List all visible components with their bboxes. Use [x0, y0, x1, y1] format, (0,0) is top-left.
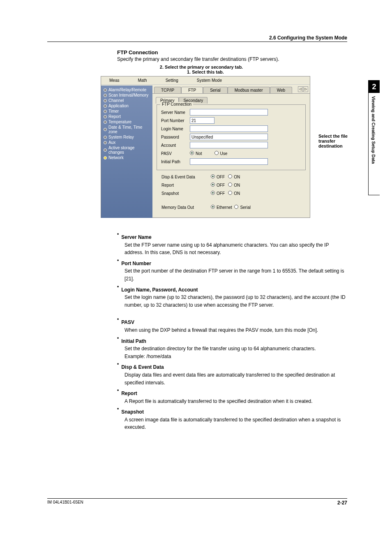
- menu-math[interactable]: Math: [138, 78, 147, 83]
- radio-disp-off[interactable]: OFF: [211, 174, 225, 179]
- initial-path-input[interactable]: [190, 158, 268, 165]
- nav-tree: Alarm/Relay/Remote Scan Interval/Memory …: [101, 86, 152, 218]
- callout-right: Select the file transfer destination: [318, 134, 355, 148]
- label-account: Account: [161, 143, 190, 148]
- bullet-icon: [104, 99, 107, 102]
- tab-scroll-right-icon[interactable]: ▷: [303, 86, 308, 92]
- tree-item[interactable]: System Relay: [102, 134, 152, 140]
- label-login-name: Login Name: [161, 127, 190, 131]
- label-password: Password: [161, 135, 190, 139]
- bullet-icon: [104, 141, 107, 144]
- tree-item[interactable]: Timer: [102, 109, 152, 114]
- label-port-number: Port Number: [161, 118, 190, 123]
- radio-report-on[interactable]: ON: [228, 183, 240, 187]
- chapter-name: Viewing and Creating Setup Data: [369, 93, 378, 195]
- port-number-input[interactable]: [190, 117, 214, 124]
- tree-item[interactable]: Application: [102, 103, 152, 109]
- radio-icon: [190, 151, 194, 155]
- heading-port: Port Number: [121, 260, 151, 268]
- bullet-dot-icon: •: [117, 315, 119, 326]
- label-memory-out: Memory Data Out: [161, 205, 211, 210]
- bullet-dot-icon: •: [117, 386, 119, 398]
- tree-item[interactable]: Date & Time, Time zone: [102, 125, 152, 134]
- bullet-icon: [104, 156, 107, 160]
- text-report: A Report file is automatically transferr…: [125, 398, 347, 405]
- tab-modbus[interactable]: Modbus master: [228, 87, 270, 93]
- body-text: •Server Name Set the FTP server name usi…: [117, 230, 347, 431]
- label-pasv: PASV: [161, 151, 190, 156]
- radio-disp-on[interactable]: ON: [228, 174, 240, 179]
- text-pasv: When using the DXP behind a firewall tha…: [125, 326, 347, 334]
- callout-step2: 2. Select the primary or secondary tab.: [117, 65, 286, 69]
- tab-ftp[interactable]: FTP: [181, 87, 203, 93]
- radio-pasv-use[interactable]: Use: [214, 151, 228, 156]
- radio-icon: [228, 191, 232, 195]
- radio-icon: [234, 205, 238, 209]
- label-disp-event: Disp & Event Data: [161, 175, 211, 179]
- label-initial-path: Initial Path: [161, 160, 190, 164]
- radio-icon: [211, 183, 215, 187]
- bullet-dot-icon: •: [117, 257, 119, 268]
- tab-serial[interactable]: Serial: [203, 87, 228, 93]
- page-number: 2-27: [337, 500, 347, 506]
- radio-memout-serial[interactable]: Serial: [234, 205, 251, 210]
- text-disp: Display data files and event data files …: [125, 371, 347, 386]
- bullet-icon: [104, 148, 107, 152]
- heading-snapshot: Snapshot: [121, 408, 144, 416]
- radio-report-off[interactable]: OFF: [211, 183, 225, 187]
- bullet-icon: [104, 136, 107, 139]
- radio-icon: [211, 205, 215, 209]
- tab-web[interactable]: Web: [270, 87, 292, 93]
- login-name-input[interactable]: [190, 125, 268, 132]
- radio-pasv-not[interactable]: Not: [190, 151, 202, 156]
- bullet-icon: [104, 110, 107, 113]
- tree-item[interactable]: Aux: [102, 140, 152, 145]
- password-input[interactable]: [190, 134, 268, 140]
- heading-initial: Initial Path: [121, 338, 146, 345]
- tree-item[interactable]: Temperature: [102, 119, 152, 125]
- section-title: FTP Connection: [117, 49, 347, 56]
- tree-item[interactable]: Channel: [102, 98, 152, 103]
- radio-snapshot-off[interactable]: OFF: [211, 191, 225, 196]
- radio-memout-ethernet[interactable]: Ethernet: [211, 205, 232, 210]
- callout-step1: 1. Select this tab.: [187, 69, 269, 74]
- account-input[interactable]: [190, 142, 268, 148]
- tree-item[interactable]: Report: [102, 114, 152, 119]
- text-initial-1: Set the destination directory for the fi…: [125, 345, 347, 353]
- menu-meas[interactable]: Meas: [109, 78, 119, 83]
- bullet-icon: [104, 128, 107, 131]
- text-server-name: Set the FTP server name using up to 64 a…: [125, 241, 347, 257]
- group-title: FTP Connection: [160, 102, 193, 106]
- heading-disp: Disp & Event Data: [121, 363, 164, 371]
- radio-snapshot-on[interactable]: ON: [228, 191, 240, 196]
- label-snapshot: Snapshot: [161, 191, 211, 196]
- lead-text: Specify the primary and secondary file t…: [117, 56, 347, 62]
- text-snapshot: A screen image data file is automaticall…: [125, 416, 347, 431]
- server-name-input[interactable]: [190, 109, 268, 116]
- bullet-dot-icon: •: [117, 230, 119, 241]
- text-login: Set the login name (up to 32 characters)…: [125, 294, 347, 309]
- radio-icon: [211, 174, 215, 178]
- screenshot-window: Meas Math Setting System Mode Alarm/Rela…: [101, 76, 310, 218]
- bullet-dot-icon: •: [117, 360, 119, 371]
- top-tabs: TCP/IP FTP Serial Modbus master Web ◁ ▷: [152, 86, 310, 94]
- menu-setting[interactable]: Setting: [166, 78, 178, 83]
- radio-icon: [228, 183, 232, 187]
- bullet-icon: [104, 120, 107, 124]
- tree-item[interactable]: Alarm/Relay/Remote: [102, 87, 152, 92]
- text-initial-2: Example: /home/data: [125, 353, 347, 361]
- label-server-name: Server Name: [161, 110, 190, 115]
- doc-id: IM 04L41B01-65EN: [47, 500, 83, 506]
- tree-item[interactable]: Active storage changes: [102, 145, 152, 155]
- page-footer: IM 04L41B01-65EN 2-27: [47, 498, 347, 506]
- page-header: 2.6 Configuring the System Mode: [47, 35, 347, 42]
- bullet-icon: [104, 104, 107, 108]
- menu-system-mode[interactable]: System Mode: [197, 78, 222, 83]
- tab-tcpip[interactable]: TCP/IP: [154, 87, 181, 93]
- heading-server-name: Server Name: [121, 234, 151, 241]
- chapter-number: 2: [369, 81, 380, 93]
- tree-item-network[interactable]: Network: [102, 155, 152, 160]
- content-pane: TCP/IP FTP Serial Modbus master Web ◁ ▷ …: [152, 86, 310, 217]
- tab-scroll-left-icon[interactable]: ◁: [298, 86, 303, 92]
- tree-item[interactable]: Scan Interval/Memory: [102, 92, 152, 98]
